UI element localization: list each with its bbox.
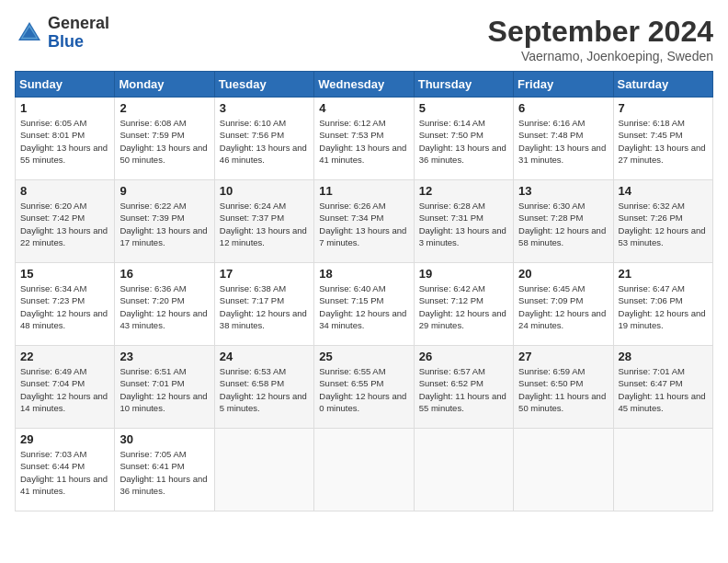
calendar-cell: 6 Sunrise: 6:16 AM Sunset: 7:48 PM Dayli… xyxy=(514,98,613,180)
calendar-cell: 30 Sunrise: 7:05 AM Sunset: 6:41 PM Dayl… xyxy=(115,429,214,511)
day-info: Sunrise: 7:05 AM Sunset: 6:41 PM Dayligh… xyxy=(119,448,209,497)
day-number: 9 xyxy=(119,184,209,198)
day-info: Sunrise: 6:24 AM Sunset: 7:37 PM Dayligh… xyxy=(220,200,309,248)
day-header-saturday: Saturday xyxy=(613,72,712,98)
day-info: Sunrise: 7:01 AM Sunset: 6:47 PM Dayligh… xyxy=(619,365,708,414)
calendar-cell xyxy=(514,429,613,511)
month-title: September 2024 xyxy=(488,15,713,49)
day-info: Sunrise: 6:59 AM Sunset: 6:50 PM Dayligh… xyxy=(518,365,608,414)
day-info: Sunrise: 6:16 AM Sunset: 7:48 PM Dayligh… xyxy=(518,117,608,166)
day-header-tuesday: Tuesday xyxy=(214,72,313,98)
calendar-cell xyxy=(314,429,414,511)
day-number: 2 xyxy=(119,101,209,115)
day-info: Sunrise: 6:57 AM Sunset: 6:52 PM Dayligh… xyxy=(419,365,508,414)
day-number: 15 xyxy=(20,267,109,281)
day-number: 1 xyxy=(20,101,109,115)
calendar-cell: 1 Sunrise: 6:05 AM Sunset: 8:01 PM Dayli… xyxy=(16,98,115,180)
day-number: 21 xyxy=(619,267,708,281)
day-info: Sunrise: 6:05 AM Sunset: 8:01 PM Dayligh… xyxy=(20,117,109,166)
day-number: 11 xyxy=(319,184,408,198)
day-number: 12 xyxy=(419,184,508,198)
calendar-week-row: 1 Sunrise: 6:05 AM Sunset: 8:01 PM Dayli… xyxy=(16,98,713,180)
day-info: Sunrise: 6:20 AM Sunset: 7:42 PM Dayligh… xyxy=(20,200,109,248)
day-number: 5 xyxy=(419,101,508,115)
day-number: 30 xyxy=(119,432,209,446)
day-header-sunday: Sunday xyxy=(16,72,115,98)
calendar-cell: 16 Sunrise: 6:36 AM Sunset: 7:20 PM Dayl… xyxy=(115,263,214,346)
calendar-cell: 19 Sunrise: 6:42 AM Sunset: 7:12 PM Dayl… xyxy=(414,263,513,346)
day-number: 7 xyxy=(619,101,708,115)
day-number: 22 xyxy=(20,350,109,363)
calendar-cell: 2 Sunrise: 6:08 AM Sunset: 7:59 PM Dayli… xyxy=(115,98,214,180)
day-info: Sunrise: 6:34 AM Sunset: 7:23 PM Dayligh… xyxy=(20,282,109,331)
calendar-cell: 21 Sunrise: 6:47 AM Sunset: 7:06 PM Dayl… xyxy=(613,263,712,346)
day-info: Sunrise: 6:22 AM Sunset: 7:39 PM Dayligh… xyxy=(119,200,209,248)
day-info: Sunrise: 6:14 AM Sunset: 7:50 PM Dayligh… xyxy=(419,117,508,166)
calendar-cell: 22 Sunrise: 6:49 AM Sunset: 7:04 PM Dayl… xyxy=(16,346,115,429)
calendar-cell: 15 Sunrise: 6:34 AM Sunset: 7:23 PM Dayl… xyxy=(16,263,115,346)
calendar-cell: 8 Sunrise: 6:20 AM Sunset: 7:42 PM Dayli… xyxy=(16,180,115,263)
page-header: General Blue September 2024 Vaernamo, Jo… xyxy=(15,15,713,63)
location-subtitle: Vaernamo, Joenkoeping, Sweden xyxy=(488,49,713,63)
day-info: Sunrise: 6:45 AM Sunset: 7:09 PM Dayligh… xyxy=(518,282,608,331)
day-number: 6 xyxy=(518,101,608,115)
day-number: 3 xyxy=(220,101,309,115)
calendar-cell: 10 Sunrise: 6:24 AM Sunset: 7:37 PM Dayl… xyxy=(214,180,313,263)
calendar-cell: 17 Sunrise: 6:38 AM Sunset: 7:17 PM Dayl… xyxy=(214,263,313,346)
day-info: Sunrise: 6:51 AM Sunset: 7:01 PM Dayligh… xyxy=(119,365,209,414)
day-info: Sunrise: 6:26 AM Sunset: 7:34 PM Dayligh… xyxy=(319,200,408,248)
day-number: 20 xyxy=(518,267,608,281)
calendar-cell: 20 Sunrise: 6:45 AM Sunset: 7:09 PM Dayl… xyxy=(514,263,613,346)
day-info: Sunrise: 7:03 AM Sunset: 6:44 PM Dayligh… xyxy=(20,448,109,497)
day-info: Sunrise: 6:28 AM Sunset: 7:31 PM Dayligh… xyxy=(419,200,508,248)
calendar-cell: 28 Sunrise: 7:01 AM Sunset: 6:47 PM Dayl… xyxy=(613,346,712,429)
day-number: 28 xyxy=(619,350,708,363)
day-info: Sunrise: 6:55 AM Sunset: 6:55 PM Dayligh… xyxy=(319,365,408,414)
day-number: 23 xyxy=(119,350,209,363)
calendar-cell xyxy=(613,429,712,511)
calendar-cell: 23 Sunrise: 6:51 AM Sunset: 7:01 PM Dayl… xyxy=(115,346,214,429)
day-number: 26 xyxy=(419,350,508,363)
logo-icon xyxy=(15,18,44,48)
calendar-cell xyxy=(214,429,313,511)
day-info: Sunrise: 6:40 AM Sunset: 7:15 PM Dayligh… xyxy=(319,282,408,331)
day-number: 16 xyxy=(119,267,209,281)
calendar-cell: 29 Sunrise: 7:03 AM Sunset: 6:44 PM Dayl… xyxy=(16,429,115,511)
calendar-week-row: 15 Sunrise: 6:34 AM Sunset: 7:23 PM Dayl… xyxy=(16,263,713,346)
day-info: Sunrise: 6:42 AM Sunset: 7:12 PM Dayligh… xyxy=(419,282,508,331)
day-number: 8 xyxy=(20,184,109,198)
calendar-cell: 4 Sunrise: 6:12 AM Sunset: 7:53 PM Dayli… xyxy=(314,98,414,180)
calendar-cell xyxy=(414,429,513,511)
day-header-wednesday: Wednesday xyxy=(314,72,414,98)
calendar-cell: 13 Sunrise: 6:30 AM Sunset: 7:28 PM Dayl… xyxy=(514,180,613,263)
day-info: Sunrise: 6:12 AM Sunset: 7:53 PM Dayligh… xyxy=(319,117,408,166)
logo-text: General Blue xyxy=(48,15,109,52)
calendar-table: SundayMondayTuesdayWednesdayThursdayFrid… xyxy=(15,71,713,511)
day-number: 25 xyxy=(319,350,408,363)
day-info: Sunrise: 6:08 AM Sunset: 7:59 PM Dayligh… xyxy=(119,117,209,166)
calendar-cell: 12 Sunrise: 6:28 AM Sunset: 7:31 PM Dayl… xyxy=(414,180,513,263)
day-header-monday: Monday xyxy=(115,72,214,98)
day-number: 10 xyxy=(220,184,309,198)
calendar-cell: 25 Sunrise: 6:55 AM Sunset: 6:55 PM Dayl… xyxy=(314,346,414,429)
day-header-thursday: Thursday xyxy=(414,72,513,98)
calendar-cell: 26 Sunrise: 6:57 AM Sunset: 6:52 PM Dayl… xyxy=(414,346,513,429)
calendar-week-row: 29 Sunrise: 7:03 AM Sunset: 6:44 PM Dayl… xyxy=(16,429,713,511)
calendar-cell: 7 Sunrise: 6:18 AM Sunset: 7:45 PM Dayli… xyxy=(613,98,712,180)
calendar-cell: 3 Sunrise: 6:10 AM Sunset: 7:56 PM Dayli… xyxy=(214,98,313,180)
day-number: 29 xyxy=(20,432,109,446)
day-info: Sunrise: 6:36 AM Sunset: 7:20 PM Dayligh… xyxy=(119,282,209,331)
day-info: Sunrise: 6:30 AM Sunset: 7:28 PM Dayligh… xyxy=(518,200,608,248)
calendar-cell: 11 Sunrise: 6:26 AM Sunset: 7:34 PM Dayl… xyxy=(314,180,414,263)
day-number: 17 xyxy=(220,267,309,281)
day-number: 4 xyxy=(319,101,408,115)
day-number: 24 xyxy=(220,350,309,363)
calendar-cell: 24 Sunrise: 6:53 AM Sunset: 6:58 PM Dayl… xyxy=(214,346,313,429)
day-info: Sunrise: 6:47 AM Sunset: 7:06 PM Dayligh… xyxy=(619,282,708,331)
day-info: Sunrise: 6:18 AM Sunset: 7:45 PM Dayligh… xyxy=(619,117,708,166)
day-number: 14 xyxy=(619,184,708,198)
title-area: September 2024 Vaernamo, Joenkoeping, Sw… xyxy=(488,15,713,63)
day-number: 18 xyxy=(319,267,408,281)
day-info: Sunrise: 6:10 AM Sunset: 7:56 PM Dayligh… xyxy=(220,117,309,166)
day-info: Sunrise: 6:32 AM Sunset: 7:26 PM Dayligh… xyxy=(619,200,708,248)
